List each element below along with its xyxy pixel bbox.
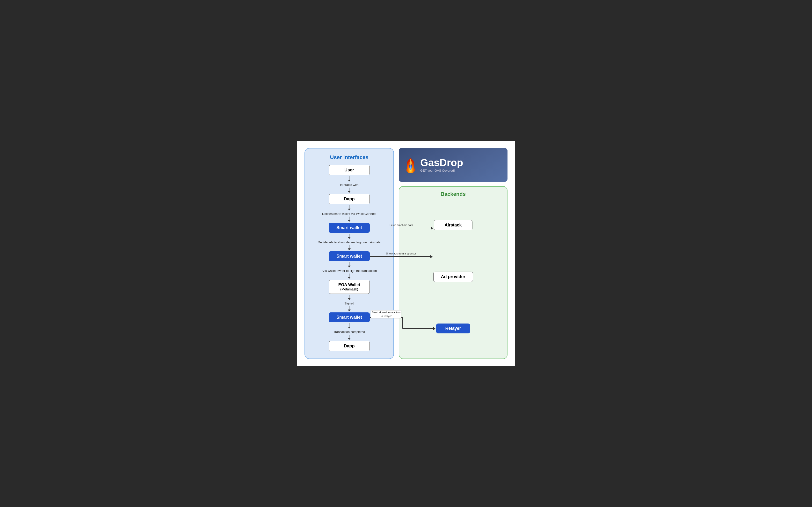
smart-wallet-2-box: Smart wallet (329, 251, 370, 261)
dapp1-node: Dapp (311, 194, 388, 204)
arrow-5 (348, 234, 351, 239)
left-panel-title: User interfaces (330, 154, 368, 161)
smart-wallet-3-box: Smart wallet (329, 313, 370, 322)
gasdrop-text: GasDrop GET your GAS Covered! (420, 158, 463, 172)
left-panel: User interfaces User Interacts with Dapp… (305, 148, 394, 359)
main-container: User interfaces User Interacts with Dapp… (297, 141, 515, 366)
arrow-12 (348, 335, 351, 340)
arrow-4 (348, 217, 351, 222)
gasdrop-subtitle: GET your GAS Covered! (420, 169, 463, 172)
smart-wallet-1-node: Smart wallet (311, 223, 388, 233)
user-node: User (311, 165, 388, 175)
label-tx: Transaction completed (333, 330, 365, 334)
arrow-11 (348, 323, 351, 329)
dapp2-box: Dapp (329, 341, 370, 351)
backends-title: Backends (441, 191, 466, 197)
airstack-row: Airstack (405, 220, 501, 230)
backends-panel: Backends Airstack Ad provider (399, 186, 507, 359)
arrow-8 (348, 274, 351, 279)
gasdrop-banner: GasDrop GET your GAS Covered! (399, 148, 507, 182)
airstack-box: Airstack (434, 220, 472, 230)
arrow-2 (348, 187, 351, 193)
right-col: GasDrop GET your GAS Covered! Backends A… (399, 148, 507, 359)
gasdrop-flame-icon (404, 157, 417, 173)
arrow-10 (348, 306, 351, 312)
label-notifies: Notifies smart wallet via WalletConnect (322, 212, 376, 216)
user-box: User (329, 165, 370, 175)
arrow-7 (348, 262, 351, 268)
dapp1-box: Dapp (329, 194, 370, 204)
smart-wallet-2-node: Smart wallet (311, 251, 388, 261)
arrow-3 (348, 205, 351, 211)
label-decide: Decide ads to show depending on-chain da… (318, 240, 380, 244)
dapp2-node: Dapp (311, 341, 388, 351)
relayer-box: Relayer (436, 324, 470, 333)
arrow-6 (348, 245, 351, 250)
eoa-node: EOA Wallet (Metamask) (311, 280, 388, 294)
smart-wallet-1-box: Smart wallet (329, 223, 370, 233)
label-ask: Ask wallet owner to sign the transaction (322, 269, 377, 273)
arrow-1 (348, 176, 351, 181)
gasdrop-title: GasDrop (420, 158, 463, 168)
arrow-9 (348, 295, 351, 300)
label-interacts: Interacts with (340, 183, 359, 187)
ad-provider-row: Ad provider (405, 272, 501, 282)
ad-provider-box: Ad provider (433, 272, 473, 282)
label-signed: Signed (344, 301, 354, 305)
eoa-box: EOA Wallet (Metamask) (329, 280, 370, 294)
